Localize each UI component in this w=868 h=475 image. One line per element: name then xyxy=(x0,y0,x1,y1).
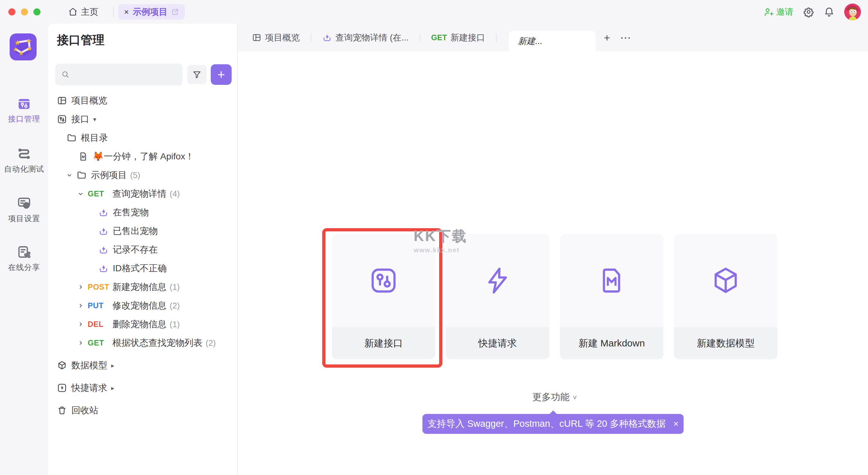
markdown-doc-icon xyxy=(596,265,627,296)
sidebar-item-automated-testing[interactable]: 自动化测试 xyxy=(0,146,48,174)
new-tab-button[interactable]: + xyxy=(599,30,614,45)
tab-separator xyxy=(496,33,497,42)
tree-item-project-overview[interactable]: 项目概览 xyxy=(48,91,237,110)
chevron-right-icon[interactable] xyxy=(76,321,85,328)
chevron-down-icon: ˅ xyxy=(573,394,577,402)
tab-project-overview[interactable]: 项目概览 xyxy=(241,24,311,52)
sidebar-item-label: 接口管理 xyxy=(0,114,48,124)
apifox-logo[interactable]: ★★★★★ xyxy=(10,33,37,60)
tab-label: 项目概览 xyxy=(265,32,300,43)
apifox-window: 主页 × 示例项目 邀请 ★★★★★ 接口管理 xyxy=(0,0,868,475)
card-new-markdown[interactable]: 新建 Markdown xyxy=(560,234,663,359)
item-count: (2) xyxy=(206,338,216,348)
tree-item-put-update-pet[interactable]: PUT 修改宠物信息 (2) xyxy=(48,296,237,315)
tab-label: 查询宠物详情 (在... xyxy=(335,32,409,43)
search-input[interactable] xyxy=(55,64,183,86)
tree-item-label: 查询宠物详情 xyxy=(113,188,166,200)
chevron-right-icon[interactable] xyxy=(76,284,85,291)
tree-item-recycle-bin[interactable]: 回收站 xyxy=(48,401,237,420)
tree-item-data-models[interactable]: 数据模型 ▸ xyxy=(48,356,237,375)
overview-grid-icon xyxy=(57,95,67,106)
chevron-down-icon[interactable] xyxy=(76,190,85,197)
method-badge: GET xyxy=(88,338,113,348)
project-settings-icon xyxy=(17,196,32,211)
cube-icon xyxy=(710,265,741,296)
tree-item-root-folder[interactable]: 根目录 xyxy=(48,128,237,147)
method-badge: GET xyxy=(88,189,113,198)
sidebar-item-online-share[interactable]: 在线分享 xyxy=(0,244,48,272)
chevron-right-icon[interactable] xyxy=(76,302,85,309)
home-label: 主页 xyxy=(81,6,98,18)
external-link-icon[interactable] xyxy=(171,8,179,16)
tab-strip: 项目概览 查询宠物详情 (在... GET 新建接口 新建... + ⋯ xyxy=(238,24,868,52)
tree-item-label: 已售出宠物 xyxy=(113,225,158,237)
trash-icon xyxy=(57,405,67,416)
zoom-window-button[interactable] xyxy=(33,8,40,16)
method-badge: GET xyxy=(431,33,447,42)
tree-item-case-sold[interactable]: 已售出宠物 xyxy=(48,222,237,240)
sidebar-item-project-settings[interactable]: 项目设置 xyxy=(0,196,48,224)
dropdown-caret-icon[interactable]: ▾ xyxy=(93,116,96,123)
tree-item-label: 🦊一分钟，了解 Apifox！ xyxy=(93,150,194,162)
home-nav[interactable]: 主页 xyxy=(68,0,98,24)
card-new-data-model[interactable]: 新建数据模型 xyxy=(674,234,777,359)
chevron-down-icon[interactable] xyxy=(65,172,73,179)
tab-label: 新建... xyxy=(518,35,542,47)
chevron-right-icon[interactable] xyxy=(76,339,85,347)
expand-caret-icon[interactable]: ▸ xyxy=(111,362,114,369)
banner-text: 支持导入 Swagger、Postman、cURL 等 20 多种格式数据 xyxy=(427,417,665,430)
plus-icon: + xyxy=(603,31,610,44)
filter-button[interactable] xyxy=(187,65,207,84)
request-case-icon xyxy=(98,244,108,255)
minimize-window-button[interactable] xyxy=(21,8,28,16)
expand-caret-icon[interactable]: ▸ xyxy=(111,384,114,392)
close-project-icon[interactable]: × xyxy=(124,8,129,16)
project-tab[interactable]: × 示例项目 xyxy=(118,4,185,20)
request-case-icon xyxy=(98,263,108,273)
card-label: 快捷请求 xyxy=(446,327,549,359)
tab-overflow-button[interactable]: ⋯ xyxy=(618,30,633,45)
import-tip-banner: 支持导入 Swagger、Postman、cURL 等 20 多种格式数据 × xyxy=(423,414,684,434)
tree-item-label: 新建宠物信息 xyxy=(113,281,166,293)
api-tree-panel: 接口管理 + 项目概览 接口 ▾ 根目录 M 🦊一分钟，了解 A xyxy=(48,24,238,475)
tree-item-case-not-found[interactable]: 记录不存在 xyxy=(48,240,237,259)
item-count: (1) xyxy=(169,320,180,329)
tree-item-markdown-doc[interactable]: M 🦊一分钟，了解 Apifox！ xyxy=(48,147,237,166)
card-label: 新建数据模型 xyxy=(674,327,777,359)
tree-item-case-on-sale[interactable]: 在售宠物 xyxy=(48,203,237,222)
online-share-icon xyxy=(17,244,32,260)
sidebar-item-label: 自动化测试 xyxy=(0,164,48,174)
tab-new-unsaved[interactable]: 新建... xyxy=(509,31,596,52)
topbar-divider xyxy=(113,7,114,17)
svg-text:★: ★ xyxy=(13,46,18,53)
watermark-url: www.kkx.net xyxy=(414,246,468,254)
api-icon xyxy=(57,114,67,124)
tree-item-label: 在售宠物 xyxy=(113,206,149,218)
request-case-icon xyxy=(322,33,332,42)
svg-text:★: ★ xyxy=(26,37,32,44)
tree-item-label: 接口 xyxy=(71,113,89,125)
folder-icon xyxy=(76,170,87,180)
tree-item-label: 根据状态查找宠物列表 xyxy=(113,337,203,349)
tree-item-case-bad-id[interactable]: ID格式不正确 xyxy=(48,259,237,278)
add-button[interactable]: + xyxy=(211,64,231,85)
tree-item-quick-requests[interactable]: 快捷请求 ▸ xyxy=(48,379,237,397)
tree-item-get-find-by-status[interactable]: GET 根据状态查找宠物列表 (2) xyxy=(48,334,237,352)
sidebar-item-api-management[interactable]: 接口管理 xyxy=(0,96,48,124)
tab-pet-detail-case[interactable]: 查询宠物详情 (在... xyxy=(311,24,420,52)
tree-item-sample-folder[interactable]: 示例项目 (5) xyxy=(48,166,237,184)
close-window-button[interactable] xyxy=(8,8,16,16)
bolt-square-icon xyxy=(57,383,67,393)
tree-item-get-pet-detail[interactable]: GET 查询宠物详情 (4) xyxy=(48,184,237,203)
tree-item-apis[interactable]: 接口 ▾ xyxy=(48,110,237,128)
method-badge: POST xyxy=(88,283,113,292)
tree-item-post-create-pet[interactable]: POST 新建宠物信息 (1) xyxy=(48,278,237,296)
more-features-toggle[interactable]: 更多功能˅ xyxy=(332,391,777,404)
panel-title: 接口管理 xyxy=(57,32,104,48)
tree-item-label: 回收站 xyxy=(71,404,98,416)
plus-icon: + xyxy=(217,68,225,81)
tree-item-del-delete-pet[interactable]: DEL 删除宠物信息 (1) xyxy=(48,315,237,334)
tree-item-label: 根目录 xyxy=(81,132,108,144)
tab-new-api[interactable]: GET 新建接口 xyxy=(420,24,496,52)
banner-close-icon[interactable]: × xyxy=(673,419,679,429)
